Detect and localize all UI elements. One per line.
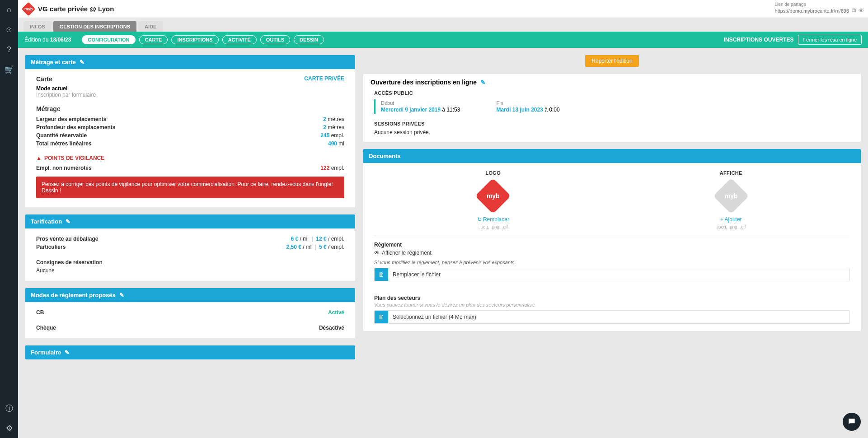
card-metrage: Métrage et carte ✎ Carte Mode actuel Ins… bbox=[25, 55, 355, 207]
edit-icon[interactable]: ✎ bbox=[65, 349, 70, 356]
row-total: Total mètres linéaires490 ml bbox=[36, 140, 344, 148]
reglement-file-input[interactable]: 🗎 Remplacer le fichier bbox=[374, 268, 850, 281]
share-box: Lien de partage https://demo.mybrocante.… bbox=[775, 2, 864, 14]
docs-row: LOGO myb ↻ Remplacer .jpeg, .png, .gif A… bbox=[374, 170, 850, 236]
inscriptions-status: INSCRIPTIONS OUVERTES bbox=[724, 37, 794, 43]
edit-icon[interactable]: ✎ bbox=[80, 59, 84, 65]
close-resa-button[interactable]: Fermer les résa en ligne bbox=[798, 35, 862, 45]
sessions-label: SESSIONS PRIVÉES bbox=[374, 121, 850, 126]
mode-sub: Inscription par formulaire bbox=[36, 92, 96, 98]
card-header-documents: Documents bbox=[363, 149, 861, 163]
share-url: https://demo.mybrocante.fr/m/696 bbox=[775, 8, 849, 14]
access-public-label: ACCÈS PUBLIC bbox=[374, 90, 850, 96]
row-consignes-label: Consignes de réservation bbox=[36, 258, 344, 266]
edit-icon[interactable]: ✎ bbox=[480, 79, 486, 86]
pill-dessin[interactable]: DESSIN bbox=[294, 35, 324, 44]
metrage-subtitle: Métrage bbox=[36, 105, 344, 112]
reglement-file-text: Remplacer le fichier bbox=[388, 271, 445, 278]
card-documents: Documents LOGO myb ↻ Remplacer .jpeg, .p… bbox=[363, 149, 861, 331]
doc-logo: LOGO myb ↻ Remplacer .jpeg, .png, .gif bbox=[374, 170, 612, 229]
tab-aide[interactable]: AIDE bbox=[138, 21, 163, 32]
pill-carte[interactable]: CARTE bbox=[139, 35, 168, 44]
affiche-label: AFFICHE bbox=[720, 170, 742, 176]
warning-icon: ▲ bbox=[36, 155, 42, 161]
tabs-row: INFOS GESTION DES INSCRIPTIONS AIDE bbox=[18, 18, 868, 32]
card-formulaire: Formulaire ✎ bbox=[25, 345, 355, 359]
plan-file-input[interactable]: 🗎 Sélectionnez un fichier (4 Mo max) bbox=[374, 310, 850, 324]
pill-outils[interactable]: OUTILS bbox=[260, 35, 290, 44]
edition-label: Édition du 13/06/23 bbox=[24, 37, 71, 43]
card-header-tarification: Tarification ✎ bbox=[25, 214, 355, 228]
file-icon: 🗎 bbox=[375, 268, 388, 281]
affiche-thumb: myb bbox=[715, 180, 747, 212]
logo-label: LOGO bbox=[485, 170, 501, 176]
edit-icon[interactable]: ✎ bbox=[119, 292, 124, 298]
card-header-modes: Modes de règlement proposés ✎ bbox=[25, 288, 355, 302]
page-title: VG carte privée @ Lyon bbox=[38, 5, 114, 13]
right-actions: Reporter l'édition bbox=[363, 55, 861, 67]
reglement-title: Règlement bbox=[374, 242, 850, 248]
eye-icon[interactable]: 👁 bbox=[859, 7, 864, 14]
row-cheque: ChèqueDésactivé bbox=[36, 324, 344, 332]
date-fin: Fin Mardi 13 juin 2023 à 0:00 bbox=[496, 100, 559, 113]
copy-icon[interactable]: ⧉ bbox=[852, 7, 856, 14]
modes-title: Modes de règlement proposés bbox=[31, 292, 116, 298]
logo-replace-link[interactable]: ↻ Remplacer bbox=[477, 216, 509, 223]
ouverture-header: Ouverture des inscriptions en ligne ✎ bbox=[363, 74, 861, 90]
edit-icon[interactable]: ✎ bbox=[66, 218, 70, 225]
vigilance-title: ▲POINTS DE VIGILANCE bbox=[36, 155, 344, 161]
date-row: Début Mercredi 9 janvier 2019 à 11:53 Fi… bbox=[374, 99, 850, 114]
home-icon[interactable]: ⌂ bbox=[4, 5, 14, 15]
doc-affiche: AFFICHE myb + Ajouter .jpeg, .png, .gif bbox=[612, 170, 850, 229]
user-icon[interactable]: ☺ bbox=[4, 24, 14, 35]
card-header-metrage: Métrage et carte ✎ bbox=[25, 55, 355, 69]
pill-activite[interactable]: ACTIVITÉ bbox=[222, 35, 257, 44]
pill-inscriptions[interactable]: INSCRIPTIONS bbox=[171, 35, 218, 44]
logo-hint: .jpeg, .png, .gif bbox=[478, 224, 508, 229]
vigilance-alert: Pensez à corriger ces points de vigilanc… bbox=[36, 177, 344, 198]
row-consignes-val: Aucune bbox=[36, 266, 344, 275]
date-debut: Début Mercredi 9 janvier 2019 à 11:53 bbox=[381, 100, 460, 113]
row-particuliers: Particuliers 2,50 € / ml | 5 € / empl. bbox=[36, 243, 344, 251]
ouverture-title: Ouverture des inscriptions en ligne bbox=[371, 79, 477, 86]
help-icon[interactable]: ? bbox=[4, 44, 14, 55]
cart-icon[interactable]: 🛒 bbox=[4, 64, 14, 75]
share-label: Lien de partage bbox=[775, 2, 864, 7]
mode-label: Mode actuel bbox=[36, 85, 96, 92]
reglement-section: Règlement 👁Afficher le règlement Si vous… bbox=[374, 236, 850, 281]
row-cb: CBActivé bbox=[36, 308, 344, 317]
tab-infos[interactable]: INFOS bbox=[23, 21, 52, 32]
reglement-note: Si vous modifiez le règlement, pensez à … bbox=[374, 260, 850, 265]
card-modes: Modes de règlement proposés ✎ CBActivé C… bbox=[25, 288, 355, 338]
row-profondeur: Profondeur des emplacements2 mètres bbox=[36, 123, 344, 131]
pill-configuration[interactable]: CONFIGURATION bbox=[82, 35, 135, 44]
toolbar: Édition du 13/06/23 CONFIGURATION CARTE … bbox=[18, 32, 868, 48]
card-header-formulaire: Formulaire ✎ bbox=[25, 345, 355, 359]
show-reglement-link[interactable]: 👁Afficher le règlement bbox=[374, 250, 850, 256]
app-logo: myb bbox=[21, 2, 35, 16]
card-tarification: Tarification ✎ Pros vente au déballage 6… bbox=[25, 214, 355, 281]
report-edition-button[interactable]: Reporter l'édition bbox=[585, 55, 638, 67]
plan-title: Plan des secteurs bbox=[374, 295, 850, 301]
topbar: myb VG carte privée @ Lyon Lien de parta… bbox=[18, 0, 868, 18]
row-largeur: Largeur des emplacements2 mètres bbox=[36, 115, 344, 123]
documents-title: Documents bbox=[369, 153, 401, 159]
card-title-metrage: Métrage et carte bbox=[31, 59, 76, 65]
row-non-numerotes: Empl. non numérotés122 empl. bbox=[36, 164, 344, 172]
eye-icon: 👁 bbox=[374, 250, 380, 256]
affiche-hint: .jpeg, .png, .gif bbox=[716, 224, 746, 229]
row-quantite: Quantité réservable245 empl. bbox=[36, 131, 344, 140]
row-pros: Pros vente au déballage 6 € / ml | 12 € … bbox=[36, 235, 344, 243]
sessions-value: Aucune session privée. bbox=[374, 129, 850, 135]
file-icon: 🗎 bbox=[375, 310, 388, 324]
tarif-title: Tarification bbox=[31, 218, 62, 225]
affiche-add-link[interactable]: + Ajouter bbox=[720, 216, 742, 223]
plan-section: Plan des secteurs Vous pouvez fournir si… bbox=[374, 289, 850, 324]
formulaire-title: Formulaire bbox=[31, 349, 61, 356]
carte-privee-link[interactable]: CARTE PRIVÉE bbox=[304, 75, 344, 82]
carte-title: Carte bbox=[36, 75, 96, 83]
card-ouverture: Ouverture des inscriptions en ligne ✎ AC… bbox=[363, 74, 861, 142]
tab-gestion[interactable]: GESTION DES INSCRIPTIONS bbox=[53, 21, 136, 32]
logo-thumb: myb bbox=[477, 180, 509, 212]
plan-file-text: Sélectionnez un fichier (4 Mo max) bbox=[388, 314, 481, 320]
